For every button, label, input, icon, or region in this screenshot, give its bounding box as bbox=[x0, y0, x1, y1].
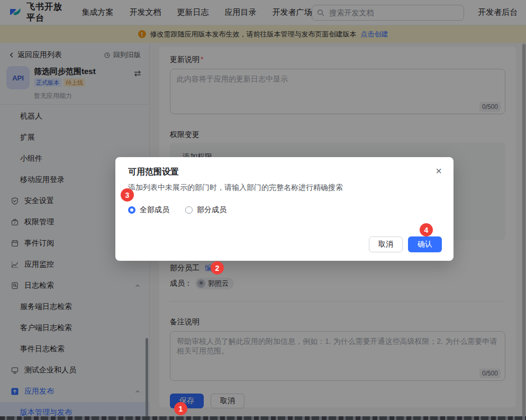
dialog-actions: 取消 确认 bbox=[369, 236, 442, 252]
dialog-title: 可用范围设置 bbox=[128, 167, 441, 178]
scope-radio-group: 全部成员 部分成员 bbox=[128, 205, 441, 215]
feishu-open-platform-page: 飞书开放平台 集成方案 开发文档 更新日志 应用目录 开发者广场 开发者后台 !… bbox=[0, 0, 526, 420]
step-badge-3: 3 bbox=[121, 188, 134, 202]
radio-partial-members[interactable]: 部分成员 bbox=[185, 205, 226, 215]
dialog-description: 添加列表中未展示的部门时，请输入部门的完整名称进行精确搜索 bbox=[128, 183, 441, 193]
radio-all-members[interactable]: 全部成员 bbox=[128, 205, 169, 215]
availability-scope-dialog: 可用范围设置 × 添加列表中未展示的部门时，请输入部门的完整名称进行精确搜索 全… bbox=[115, 157, 454, 261]
dialog-cancel-button[interactable]: 取消 bbox=[369, 236, 403, 252]
dialog-confirm-button[interactable]: 确认 bbox=[408, 236, 442, 252]
radio-partial-label: 部分成员 bbox=[197, 205, 226, 215]
radio-selected-icon bbox=[128, 206, 135, 214]
step-badge-1: 1 bbox=[174, 402, 187, 415]
radio-unselected-icon bbox=[185, 206, 193, 214]
close-icon[interactable]: × bbox=[436, 166, 442, 176]
step-badge-4: 4 bbox=[420, 223, 433, 236]
radio-all-label: 全部成员 bbox=[140, 205, 169, 215]
step-badge-2: 2 bbox=[211, 261, 224, 275]
